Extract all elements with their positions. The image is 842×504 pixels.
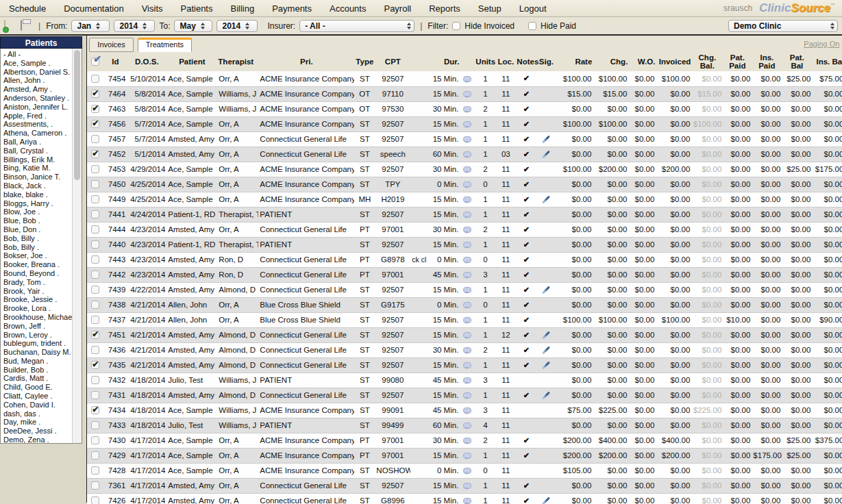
patient-list-item[interactable]: Demo, Zena .	[3, 436, 82, 444]
row-checkbox[interactable]	[91, 466, 99, 475]
table-row[interactable]: 74575/7/2014Amsted, AmyOrr, AConnecticut…	[87, 131, 842, 147]
row-checkbox[interactable]	[91, 165, 99, 173]
patient-list-item[interactable]: Bud, Megan .	[3, 357, 82, 366]
col-notes[interactable]: Notes	[516, 52, 536, 71]
col-dur[interactable]: Dur.	[427, 52, 460, 71]
table-row[interactable]: 74264/17/2014Amsted, AmyOrr, AConnecticu…	[87, 493, 842, 504]
note-bubble-icon[interactable]	[463, 483, 471, 489]
to-year-select[interactable]: 2014	[216, 20, 258, 32]
col-type[interactable]: Type	[354, 52, 375, 71]
col-therapist[interactable]: Therapist	[217, 52, 258, 71]
table-row[interactable]: 74314/18/2014Amsted, AmyAlmond, DConnect…	[87, 388, 842, 403]
row-checkbox[interactable]	[91, 255, 99, 264]
table-row[interactable]: 74545/10/2014Ace, SampleOrr, AACME Insur…	[87, 71, 842, 86]
col-cpt[interactable]: CPT	[375, 52, 410, 71]
patient-list-item[interactable]: Anderson, Stanley .	[3, 94, 82, 103]
tab-invoices[interactable]: Invoices	[89, 38, 133, 52]
table-row[interactable]: 74284/17/2014Ace, SampleOrr, AACME Insur…	[87, 463, 842, 478]
patient-list-item[interactable]: bublegum, trident .	[3, 339, 82, 348]
table-row[interactable]: 74504/25/2014Ace, SampleOrr, AACME Insur…	[87, 177, 842, 192]
row-checkbox[interactable]	[91, 481, 99, 490]
row-checkbox[interactable]	[91, 135, 99, 143]
patient-list-item[interactable]: Blue, Don .	[3, 225, 82, 234]
row-checkbox[interactable]	[91, 120, 99, 128]
table-row[interactable]: 74384/21/2014Allen, JohnOrr, ABlue Cross…	[87, 297, 842, 312]
patient-list-item[interactable]: Booker, Breana .	[3, 260, 82, 269]
patient-list-item[interactable]: Bob, Billy .	[3, 234, 82, 243]
row-checkbox[interactable]	[91, 406, 99, 414]
patient-list-item[interactable]: Black, Jack .	[3, 181, 82, 190]
row-checkbox[interactable]	[91, 240, 99, 249]
menu-item-patients[interactable]: Patients	[172, 3, 222, 14]
note-bubble-icon[interactable]	[463, 151, 471, 158]
col-dos[interactable]: D.O.S.	[127, 52, 166, 71]
row-checkbox[interactable]	[91, 376, 99, 384]
menu-item-documentation[interactable]: Documentation	[55, 3, 132, 14]
patient-list-item[interactable]: Brown, Leroy .	[3, 331, 82, 340]
row-checkbox[interactable]	[91, 150, 99, 158]
row-checkbox[interactable]	[91, 286, 99, 294]
patient-list-item[interactable]: Brookhouse, Michael J.	[3, 313, 82, 322]
patient-list-item[interactable]: DeeDee, Jessi .	[3, 427, 82, 436]
patient-list-item[interactable]: Builder, Bob .	[3, 366, 82, 375]
note-bubble-icon[interactable]	[463, 166, 471, 173]
patient-list-item[interactable]: Binson, Janice T.	[3, 173, 82, 181]
row-checkbox[interactable]	[91, 210, 99, 218]
row-checkbox[interactable]	[91, 301, 99, 309]
menu-item-setup[interactable]: Setup	[469, 3, 510, 14]
patient-list-item[interactable]: Buchanan, Daisy M.	[3, 348, 82, 357]
row-checkbox[interactable]	[91, 195, 99, 203]
patient-list-item[interactable]: - All -	[3, 50, 82, 59]
patient-list-item[interactable]: Apple, Fred .	[3, 112, 82, 121]
patient-list-item[interactable]: Bloggs, Harry .	[3, 199, 82, 208]
patient-list-item[interactable]: Brook, Yair .	[3, 287, 82, 296]
note-bubble-icon[interactable]	[463, 332, 471, 338]
row-checkbox[interactable]	[91, 316, 99, 324]
row-checkbox[interactable]	[91, 331, 99, 339]
menu-item-visits[interactable]: Visits	[133, 3, 172, 14]
note-bubble-icon[interactable]	[463, 287, 471, 293]
table-row[interactable]: 74364/21/2014Amsted, AmyAlmond, DConnect…	[87, 342, 842, 357]
table-row[interactable]: 74394/22/2014Amsted, AmyAlmond, DConnect…	[87, 282, 842, 297]
patient-list-item[interactable]: Allen, John .	[3, 76, 82, 85]
col-rate[interactable]: Rate	[556, 52, 593, 71]
patient-list-item[interactable]: Ace, Sample .	[3, 59, 82, 68]
menu-item-logout[interactable]: Logout	[510, 3, 556, 14]
note-bubble-icon[interactable]	[463, 136, 471, 142]
row-checkbox[interactable]	[91, 90, 99, 98]
col-sig[interactable]: Sig.	[536, 52, 556, 71]
col-id[interactable]: Id	[103, 52, 127, 71]
col-chg[interactable]: Chg.	[593, 52, 628, 71]
table-row[interactable]: 74494/25/2014Ace, SampleOrr, AACME Insur…	[87, 192, 842, 207]
patient-list-item[interactable]: Child, Good E.	[3, 383, 82, 392]
col-ins-bal[interactable]: Ins. Bal	[812, 52, 842, 71]
table-row[interactable]: 74374/21/2014Allen, JohnOrr, ABlue Cross…	[87, 312, 842, 327]
table-row[interactable]: 74344/18/2014Ace, SampleWilliams, JACME …	[87, 403, 842, 418]
note-bubble-icon[interactable]	[463, 453, 471, 459]
patient-list-item[interactable]: Assestments, .	[3, 120, 82, 129]
note-bubble-icon[interactable]	[463, 212, 471, 218]
table-row[interactable]: 74324/18/2014Julio, TestWilliams, JPATIE…	[87, 373, 842, 388]
row-checkbox[interactable]	[91, 105, 99, 113]
col-loc[interactable]: Loc.	[495, 52, 516, 71]
menu-item-schedule[interactable]: Schedule	[0, 3, 55, 14]
col-wo[interactable]: W.O.	[628, 52, 656, 71]
note-bubble-icon[interactable]	[463, 91, 471, 97]
table-row[interactable]: 74414/24/2014Patient-1, RDTherapist, TPA…	[87, 207, 842, 222]
table-row[interactable]: 74304/17/2014Ace, SampleOrr, AACME Insur…	[87, 433, 842, 448]
table-row[interactable]: 74444/23/2014Amsted, AmyOrr, AConnecticu…	[87, 222, 842, 237]
col-pat-paid[interactable]: Pat. Paid	[723, 52, 752, 71]
note-bubble-icon[interactable]	[463, 302, 471, 308]
note-bubble-icon[interactable]	[463, 423, 471, 429]
row-checkbox[interactable]	[91, 451, 99, 459]
patient-list-item[interactable]: Bing, Katie M.	[3, 164, 82, 173]
row-checkbox[interactable]	[91, 346, 99, 354]
paging-on-link[interactable]: Paging On	[804, 40, 839, 48]
table-row[interactable]: 74424/23/2014Amsted, AmyRon, DConnecticu…	[87, 267, 842, 282]
patient-list-item[interactable]: Bokser, Joe .	[3, 251, 82, 260]
note-bubble-icon[interactable]	[463, 438, 471, 444]
col-units[interactable]: Units	[475, 52, 495, 71]
patient-list-item[interactable]: Athena, Cameron .	[3, 129, 82, 138]
patient-list-item[interactable]: Ball, Ariya .	[3, 138, 82, 147]
select-all-header[interactable]	[87, 52, 103, 71]
